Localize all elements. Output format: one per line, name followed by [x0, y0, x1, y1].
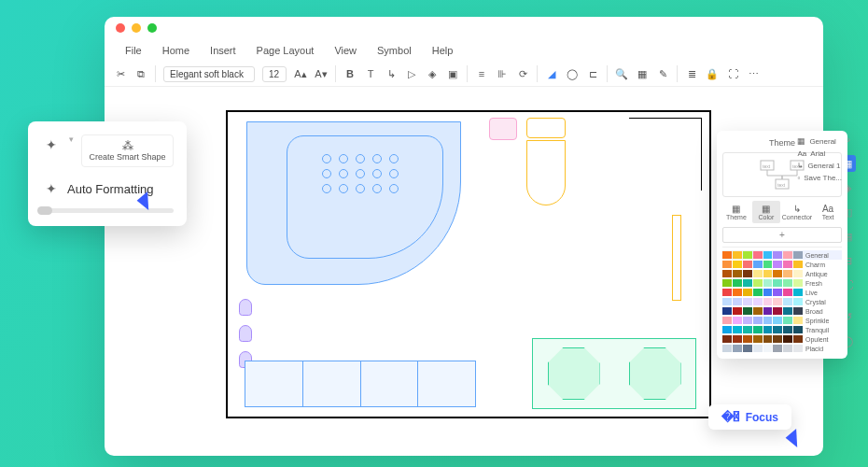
scheme-opulent[interactable]: Opulent [722, 334, 842, 344]
titlebar [105, 17, 823, 39]
svg-text:text: text [777, 182, 786, 188]
zoom-icon[interactable]: 🔍 [615, 67, 628, 80]
layers-icon[interactable]: ◈ [426, 67, 439, 80]
scheme-charm[interactable]: Charm [722, 260, 842, 269]
connector-icon[interactable]: ↳ [385, 67, 398, 80]
add-theme-button[interactable]: + [722, 227, 842, 243]
bold-icon[interactable]: B [343, 67, 357, 80]
grid-icon[interactable]: ▦ [636, 67, 649, 80]
menu-page-layout[interactable]: Page Layout [247, 41, 324, 60]
toilet[interactable] [523, 118, 569, 209]
scheme-crystal[interactable]: Crystal [722, 297, 842, 306]
scheme-broad[interactable]: Broad [722, 306, 842, 316]
opt-font[interactable]: AaArial [793, 148, 846, 160]
menu-help[interactable]: Help [423, 41, 463, 60]
cabinet[interactable] [245, 361, 476, 407]
text-tool-icon[interactable]: T [364, 67, 377, 80]
scheme-placid[interactable]: Placid [722, 344, 842, 353]
tab-text[interactable]: AaText [814, 201, 842, 223]
max-dot[interactable] [147, 23, 157, 33]
sparkle-icon[interactable]: ✦ [41, 134, 62, 155]
copy-icon[interactable]: ⧉ [134, 67, 147, 80]
svg-text:text: text [763, 163, 771, 169]
scheme-sprinkle[interactable]: Sprinkle [722, 316, 842, 325]
shape-icon[interactable]: ◯ [566, 67, 579, 80]
font-select[interactable]: Elegant soft black [163, 66, 255, 82]
rotate-icon[interactable]: ⟳ [516, 67, 529, 80]
font-grow-icon[interactable]: A▴ [294, 67, 307, 80]
opt-connector[interactable]: ↳General 1 [793, 160, 846, 172]
door-arc[interactable] [629, 118, 702, 191]
menu-symbol[interactable]: Symbol [368, 41, 421, 60]
bathtub[interactable] [246, 121, 461, 285]
menu-view[interactable]: View [325, 41, 366, 60]
menu-home[interactable]: Home [153, 41, 199, 60]
canvas[interactable] [226, 110, 711, 418]
pen-icon[interactable]: ✎ [656, 67, 669, 80]
format-slider[interactable] [41, 208, 174, 213]
scheme-antique[interactable]: Antique [722, 269, 842, 278]
tab-color[interactable]: ▦Color [752, 201, 780, 223]
opt-save[interactable]: ▫Save The... [793, 172, 846, 184]
vanity[interactable] [532, 338, 696, 409]
align-icon[interactable]: ≡ [475, 67, 488, 80]
menu-file[interactable]: File [116, 41, 151, 60]
toolbar: ✂ ⧉ Elegant soft black 12 A▴ A▾ B T ↳ ▷ … [105, 62, 823, 87]
scheme-general[interactable]: General [722, 250, 842, 260]
lock-icon[interactable]: 🔒 [706, 67, 719, 80]
scheme-live[interactable]: Live [722, 288, 842, 297]
opt-general[interactable]: ▦General [793, 134, 846, 148]
sparkle-icon: ✦ [41, 178, 62, 199]
auto-format-popup: ✦ ▾ ⁂ Create Smart Shape ✦ Auto Formatti… [28, 121, 187, 226]
tab-connector[interactable]: ↳Connector [782, 201, 812, 223]
chart-icon[interactable]: ≣ [685, 67, 698, 80]
create-smart-shape-button[interactable]: ⁂ Create Smart Shape [81, 134, 174, 167]
close-dot[interactable] [116, 23, 125, 33]
resize-icon[interactable]: ⛶ [726, 67, 739, 80]
scheme-fresh[interactable]: Fresh [722, 278, 842, 288]
fill-icon[interactable]: ◢ [545, 67, 558, 80]
auto-formatting-button[interactable]: ✦ Auto Formatting [41, 178, 174, 199]
tab-theme[interactable]: ▦Theme [722, 201, 750, 223]
focus-icon: �〿 [721, 410, 740, 424]
font-shrink-icon[interactable]: A▾ [315, 67, 328, 80]
mirror[interactable] [672, 215, 681, 301]
crop-icon[interactable]: ⊏ [586, 67, 599, 80]
app-window: File Home Insert Page Layout View Symbol… [105, 17, 823, 456]
font-size[interactable]: 12 [262, 66, 287, 82]
distribute-icon[interactable]: ⊪ [496, 67, 509, 80]
more-icon[interactable]: ⋯ [747, 67, 760, 80]
theme-panel: Theme texttexttext ▦General AaArial ↳Gen… [717, 131, 847, 359]
group-icon[interactable]: ▣ [446, 67, 459, 80]
pointer-icon[interactable]: ▷ [405, 67, 418, 80]
cut-icon[interactable]: ✂ [114, 67, 127, 80]
focus-button[interactable]: �〿 Focus [708, 404, 791, 430]
scheme-tranquil[interactable]: Tranquil [722, 325, 842, 334]
min-dot[interactable] [132, 23, 141, 33]
sink[interactable] [489, 118, 517, 140]
menu-insert[interactable]: Insert [201, 41, 245, 60]
menubar: File Home Insert Page Layout View Symbol… [105, 39, 823, 62]
